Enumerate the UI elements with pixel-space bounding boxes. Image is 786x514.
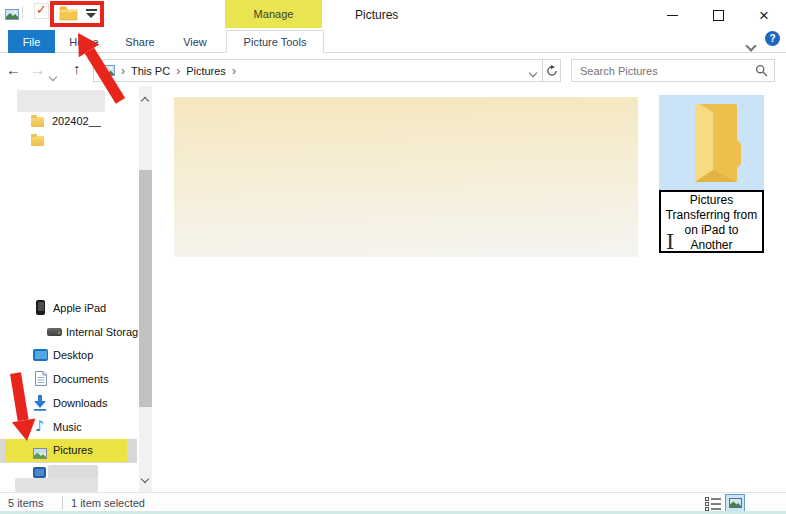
desktop-icon (33, 349, 48, 361)
help-icon: ? (769, 33, 775, 44)
redacted-region (15, 478, 98, 492)
sidebar-scrollbar[interactable] (139, 86, 152, 492)
back-button[interactable]: ← (6, 61, 21, 78)
sidebar-item-documents[interactable]: Documents (0, 368, 155, 392)
sidebar-item-label: Internal Storag (66, 326, 138, 338)
maximize-button[interactable] (702, 0, 734, 30)
sidebar-item-apple-ipad[interactable]: Apple iPad (0, 296, 155, 320)
refresh-icon (546, 65, 558, 77)
tab-home[interactable]: Home (62, 30, 106, 53)
recent-locations-icon[interactable] (50, 66, 56, 84)
sidebar-item-label: Documents (53, 373, 109, 385)
sidebar-item-label: Apple iPad (53, 302, 106, 314)
refresh-button[interactable] (542, 59, 561, 82)
annotation-rectangle (50, 1, 104, 27)
navigation-pane: 202402__ Apple iPad Internal Storag Desk… (0, 86, 155, 492)
selection-status: 1 item selected (71, 497, 145, 509)
ibeam-cursor: I (666, 230, 674, 254)
folder-name-line: Pictures (661, 193, 762, 208)
window-title: Pictures (355, 8, 398, 22)
sidebar-item-downloads[interactable]: Downloads (0, 392, 155, 416)
music-note-icon: ♪ (35, 417, 45, 435)
sidebar-item-label: 202402__ (52, 115, 101, 127)
thumbnail-view-button[interactable] (725, 494, 745, 512)
breadcrumb-pictures[interactable]: Pictures (186, 65, 226, 77)
tab-view[interactable]: View (172, 30, 218, 53)
sidebar-item-music[interactable]: ♪ Music (0, 416, 155, 440)
breadcrumb-this-pc[interactable]: This PC (131, 65, 170, 77)
sidebar-item-label: Music (53, 421, 82, 433)
qat-separator (22, 6, 23, 18)
up-button[interactable]: ↑ (73, 60, 81, 77)
status-divider (62, 496, 63, 510)
minimize-button[interactable] (656, 0, 688, 30)
folder-item-tile[interactable] (659, 95, 764, 190)
folder-name-line: Another (661, 238, 762, 253)
sidebar-item-internal-storage[interactable]: Internal Storag (0, 320, 155, 344)
folder-name-edit-box[interactable]: Pictures Transferring from on iPad to An… (659, 190, 764, 253)
folder-name-line: Transferring from (661, 208, 762, 223)
blurred-image-preview[interactable] (174, 97, 638, 257)
check-glyph: ✓ (36, 2, 47, 17)
address-dropdown-icon[interactable] (530, 62, 536, 80)
drive-icon (47, 328, 62, 336)
sidebar-item-desktop[interactable]: Desktop (0, 344, 155, 368)
search-input[interactable] (578, 64, 755, 78)
sidebar-item-pictures[interactable]: Pictures (0, 439, 137, 463)
item-count: 5 items (8, 497, 43, 509)
window-picture-icon[interactable] (5, 6, 19, 24)
thumbnail-view-icon (729, 498, 742, 508)
download-icon (33, 395, 47, 415)
sidebar-item-label: Downloads (53, 397, 107, 409)
ribbon-collapse-icon[interactable] (747, 36, 755, 54)
breadcrumb-separator: › (176, 64, 180, 78)
search-box[interactable] (571, 59, 775, 82)
tab-share[interactable]: Share (116, 30, 164, 53)
document-icon (35, 371, 47, 390)
tab-file[interactable]: File (8, 30, 55, 53)
file-explorer-window: ✓ Manage Pictures × File Home Share View… (0, 0, 786, 514)
folder-icon (31, 117, 44, 127)
sidebar-item-202402[interactable]: 202402__ (0, 110, 155, 134)
tablet-icon (36, 300, 45, 315)
minimize-icon (667, 15, 678, 16)
forward-button[interactable]: → (30, 61, 45, 78)
close-icon: × (759, 7, 769, 24)
pictures-icon (33, 445, 47, 463)
breadcrumb-separator: › (121, 64, 125, 78)
help-button[interactable]: ? (765, 31, 780, 46)
large-folder-icon (683, 100, 741, 190)
close-button[interactable]: × (748, 0, 780, 30)
qat-check-icon[interactable]: ✓ (34, 3, 49, 19)
sidebar-item-label: Pictures (53, 444, 93, 456)
search-icon (755, 64, 768, 77)
redacted-region (17, 90, 105, 112)
sidebar-item-label: Desktop (53, 349, 93, 361)
videos-icon (33, 467, 46, 478)
maximize-icon (713, 10, 724, 21)
folder-name-line: on iPad to (661, 223, 762, 238)
scroll-up-icon[interactable] (142, 90, 148, 108)
breadcrumb-separator: › (232, 64, 236, 78)
redacted-region (48, 465, 98, 479)
tab-picture-tools[interactable]: Picture Tools (226, 30, 324, 53)
scrollbar-thumb[interactable] (139, 170, 152, 407)
redacted-region (13, 140, 137, 287)
scroll-down-icon[interactable] (142, 468, 148, 486)
breadcrumb[interactable]: › This PC › Pictures › (93, 59, 543, 82)
contextual-group-label: Manage (225, 0, 322, 28)
location-picture-icon (100, 65, 115, 76)
